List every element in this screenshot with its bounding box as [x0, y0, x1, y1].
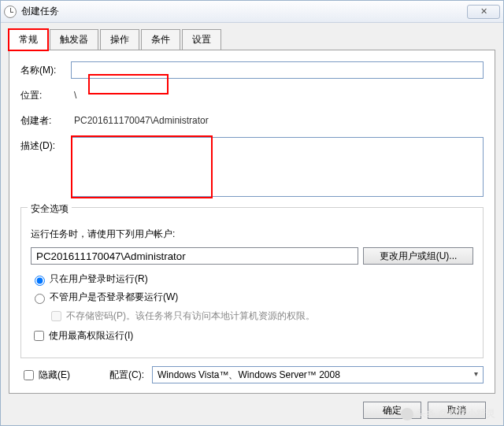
tab-settings[interactable]: 设置 — [182, 29, 221, 50]
configure-for-value: Windows Vista™、Windows Server™ 2008 — [158, 369, 340, 382]
title-bar: 创建任务 ✕ — [1, 1, 503, 23]
window-title: 创建任务 — [21, 5, 467, 18]
security-legend: 安全选项 — [28, 202, 72, 216]
tab-general[interactable]: 常规 — [9, 29, 48, 50]
tab-triggers[interactable]: 触发器 — [50, 29, 98, 50]
label-creator: 创建者: — [20, 112, 71, 128]
checkbox-highest-privileges[interactable] — [34, 331, 44, 341]
change-user-button[interactable]: 更改用户或组(U)... — [363, 247, 473, 265]
radio-run-any-label: 不管用户是否登录都要运行(W) — [50, 291, 178, 304]
tab-strip: 常规 触发器 操作 条件 设置 — [9, 29, 495, 50]
cancel-button[interactable]: 取消 — [428, 402, 486, 419]
creator-value: PC201611170047\Administrator — [71, 112, 484, 129]
configure-for-select[interactable]: Windows Vista™、Windows Server™ 2008 — [152, 366, 484, 383]
dialog-buttons: 确定 取消 — [9, 394, 495, 419]
ok-button[interactable]: 确定 — [363, 402, 421, 419]
checkbox-highest-privileges-label: 使用最高权限运行(I) — [49, 329, 133, 343]
clock-icon — [4, 6, 17, 18]
tab-panel-general: 名称(M): 位置: \ 创建者: PC201611170047\Adminis… — [9, 50, 495, 394]
security-options-group: 安全选项 运行任务时，请使用下列用户帐户: 更改用户或组(U)... 只在用户登… — [20, 207, 484, 358]
security-prompt: 运行任务时，请使用下列用户帐户: — [31, 228, 473, 241]
checkbox-hidden[interactable] — [24, 370, 34, 380]
checkbox-no-store-password-label: 不存储密码(P)。该任务将只有访问本地计算机资源的权限。 — [66, 309, 315, 323]
dialog-window: 创建任务 ✕ 常规 触发器 操作 条件 设置 名称(M): 位置: \ 创建者:… — [0, 0, 504, 426]
description-textarea[interactable] — [71, 137, 484, 197]
label-name: 名称(M): — [20, 61, 71, 77]
radio-run-logged-on[interactable] — [35, 276, 45, 286]
tab-conditions[interactable]: 条件 — [141, 29, 180, 50]
checkbox-no-store-password — [51, 311, 61, 321]
label-location: 位置: — [20, 87, 71, 102]
location-value: \ — [71, 87, 484, 104]
label-configure-for: 配置(C): — [109, 369, 144, 382]
user-account-input[interactable] — [31, 247, 358, 265]
checkbox-hidden-label: 隐藏(E) — [39, 369, 70, 382]
name-input[interactable] — [71, 61, 484, 79]
tab-actions[interactable]: 操作 — [100, 29, 139, 50]
content-area: 常规 触发器 操作 条件 设置 名称(M): 位置: \ 创建者: PC2016… — [1, 23, 503, 425]
label-description: 描述(D): — [20, 137, 71, 153]
radio-run-any[interactable] — [35, 294, 45, 304]
close-button[interactable]: ✕ — [467, 5, 500, 19]
radio-run-logged-on-label: 只在用户登录时运行(R) — [50, 272, 148, 286]
